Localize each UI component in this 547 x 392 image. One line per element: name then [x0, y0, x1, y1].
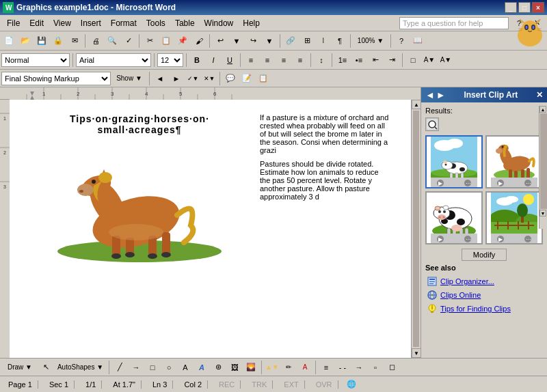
- cut-btn[interactable]: ✂: [142, 33, 157, 48]
- redo-arrow-btn[interactable]: ▼: [262, 33, 277, 48]
- insert-comment-btn[interactable]: 💬: [223, 71, 238, 86]
- menu-format[interactable]: Format: [107, 17, 141, 29]
- spell-btn[interactable]: ✓: [121, 33, 136, 48]
- paste-btn[interactable]: 📌: [175, 33, 190, 48]
- textbox-btn[interactable]: A: [178, 360, 193, 375]
- font-color2-btn[interactable]: A: [297, 360, 312, 375]
- 3d-btn[interactable]: ◻: [384, 360, 399, 375]
- columns-btn[interactable]: ⁞: [316, 33, 331, 48]
- select-btn[interactable]: ↖: [38, 360, 53, 375]
- underline-btn[interactable]: U: [222, 53, 237, 68]
- clip-scroll-down[interactable]: ▼: [539, 210, 546, 216]
- clipart-btn[interactable]: 🖼: [227, 360, 242, 375]
- clip-item-1[interactable]: ▶ ⋯: [425, 135, 483, 188]
- track-changes-btn[interactable]: 📝: [239, 71, 254, 86]
- tips-link[interactable]: Tips for Finding Clips: [425, 302, 543, 316]
- align-center-btn[interactable]: ≡: [260, 53, 275, 68]
- menu-view[interactable]: View: [49, 17, 75, 29]
- clip-scrollbar[interactable]: ▲ ▼: [539, 106, 547, 229]
- zoom-select[interactable]: 100% ▼: [353, 33, 388, 48]
- close-btn[interactable]: ×: [532, 2, 544, 13]
- next-change-btn[interactable]: ►: [169, 71, 184, 86]
- scroll-down-btn[interactable]: ▼: [412, 348, 421, 358]
- prev-change-btn[interactable]: ◄: [152, 71, 168, 86]
- preview-btn[interactable]: 🔍: [105, 33, 120, 48]
- line-color-btn[interactable]: ✏: [281, 360, 296, 375]
- read-btn[interactable]: 📖: [410, 33, 425, 48]
- picture-btn[interactable]: 🌄: [243, 360, 258, 375]
- clip-scroll-up[interactable]: ▲: [539, 106, 546, 113]
- fill-color-btn[interactable]: ▲▼: [265, 360, 280, 375]
- menu-edit[interactable]: Edit: [25, 17, 48, 29]
- scroll-thumb[interactable]: [413, 111, 419, 347]
- oval-btn[interactable]: ○: [161, 360, 176, 375]
- scroll-up-btn[interactable]: ▲: [412, 100, 421, 109]
- font-color-btn[interactable]: A▼: [438, 53, 453, 68]
- wordart-btn[interactable]: A: [194, 360, 209, 375]
- save-btn[interactable]: 💾: [34, 33, 49, 48]
- autoshapes-btn[interactable]: AutoShapes ▼: [55, 360, 106, 375]
- undo-btn[interactable]: ↩: [213, 33, 228, 48]
- arrow-btn[interactable]: →: [129, 360, 144, 375]
- increase-indent-btn[interactable]: ⇥: [384, 53, 399, 68]
- bold-btn[interactable]: B: [189, 53, 204, 68]
- draw-menu-btn[interactable]: Draw ▼: [3, 360, 37, 375]
- highlight-btn[interactable]: A▼: [422, 53, 437, 68]
- show-btn[interactable]: Show ▼: [112, 71, 146, 86]
- num-list-btn[interactable]: 1≡: [335, 53, 350, 68]
- arrow-style-btn[interactable]: →: [351, 360, 366, 375]
- modify-btn[interactable]: Modify: [462, 249, 507, 261]
- clip-item-3[interactable]: ▶ ⋯: [425, 191, 483, 244]
- accept-btn[interactable]: ✓▼: [185, 71, 200, 86]
- menu-insert[interactable]: Insert: [77, 17, 105, 29]
- clip-search-btn[interactable]: [425, 117, 439, 131]
- show-hide-btn[interactable]: ¶: [332, 33, 347, 48]
- new-btn[interactable]: 📄: [1, 33, 16, 48]
- decrease-indent-btn[interactable]: ⇤: [368, 53, 383, 68]
- line-btn[interactable]: ╱: [112, 360, 127, 375]
- clip-item-4[interactable]: ▶ ⋯: [485, 191, 543, 244]
- close-panel-btn[interactable]: ✕: [536, 90, 543, 100]
- clip-organizer-link[interactable]: Clip Organizer...: [425, 275, 543, 288]
- align-left-btn[interactable]: ≡: [243, 53, 258, 68]
- clips-online-link[interactable]: Clips Online: [425, 288, 543, 302]
- menu-table[interactable]: Table: [171, 17, 199, 29]
- maximize-btn[interactable]: □: [518, 2, 531, 13]
- clip-scroll-thumb[interactable]: [540, 113, 547, 209]
- clip-item-2[interactable]: ▶ ⋯: [485, 135, 543, 188]
- italic-btn[interactable]: I: [206, 53, 221, 68]
- window-controls[interactable]: _ □ ×: [505, 2, 544, 13]
- permissions-btn[interactable]: 🔒: [51, 33, 66, 48]
- track-select[interactable]: Final Showing Markup: [1, 72, 111, 85]
- email-btn[interactable]: ✉: [67, 33, 82, 48]
- menu-tools[interactable]: Tools: [142, 17, 170, 29]
- menu-file[interactable]: File: [3, 17, 24, 29]
- diagram-btn[interactable]: ⊛: [211, 360, 226, 375]
- undo-arrow-btn[interactable]: ▼: [229, 33, 244, 48]
- outside-border-btn[interactable]: □: [405, 53, 421, 68]
- help2-btn[interactable]: ?: [394, 33, 409, 48]
- print-btn[interactable]: 🖨: [88, 33, 103, 48]
- align-justify-btn[interactable]: ≡: [293, 53, 308, 68]
- format-paint-btn[interactable]: 🖌: [191, 33, 206, 48]
- doc-scrollbar[interactable]: ▲ ▼: [411, 100, 421, 358]
- size-select[interactable]: 12: [157, 53, 183, 67]
- line-style-btn[interactable]: ≡: [319, 360, 334, 375]
- shadow-btn[interactable]: ▫: [368, 360, 383, 375]
- font-select[interactable]: Arial: [76, 53, 151, 67]
- menu-help[interactable]: Help: [239, 17, 264, 29]
- open-btn[interactable]: 📂: [18, 33, 33, 48]
- hyperlink-btn[interactable]: 🔗: [283, 33, 298, 48]
- bul-list-btn[interactable]: •≡: [351, 53, 366, 68]
- table-btn[interactable]: ⊞: [299, 33, 315, 48]
- menu-window[interactable]: Window: [200, 17, 238, 29]
- style-select[interactable]: Normal: [1, 53, 70, 67]
- dash-style-btn[interactable]: - -: [335, 360, 350, 375]
- reviewing-pane-btn[interactable]: 📋: [256, 71, 271, 86]
- line-spacing-btn[interactable]: ↕: [314, 53, 329, 68]
- help-search-box[interactable]: Type a question for help: [399, 17, 509, 29]
- minimize-btn[interactable]: _: [505, 2, 517, 13]
- redo-btn[interactable]: ↪: [245, 33, 261, 48]
- rect-btn[interactable]: □: [145, 360, 160, 375]
- nav-back-btn[interactable]: ◄ ►: [425, 89, 446, 100]
